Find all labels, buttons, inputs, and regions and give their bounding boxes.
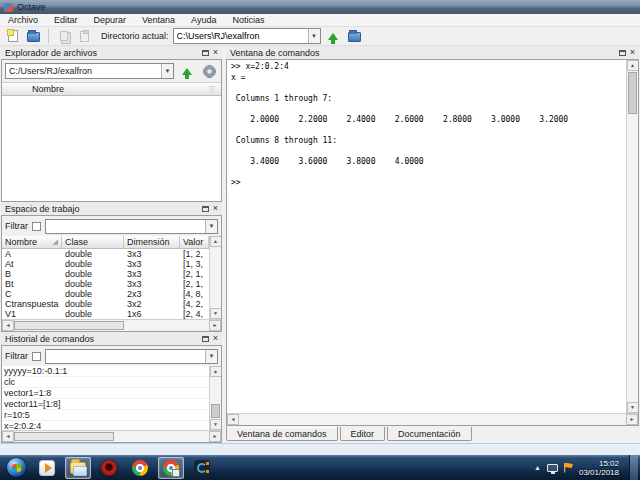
history-list-item[interactable]: vector11=[1:8] <box>2 399 209 410</box>
file-explorer-taskbar-button[interactable] <box>65 457 91 479</box>
history-filter-row: Filtrar ▼ <box>2 346 221 366</box>
scroll-left-icon[interactable]: ◄ <box>2 320 14 331</box>
clock-time: 15:02 <box>579 459 619 468</box>
undock-icon[interactable] <box>202 50 209 56</box>
terminal-hscrollbar[interactable]: ◄ ► <box>227 413 638 425</box>
undock-icon[interactable] <box>202 206 209 212</box>
taskbar-clock[interactable]: 15:02 03/01/2018 <box>579 459 619 477</box>
history-list-item[interactable]: clc <box>2 377 209 388</box>
scrollbar-thumb[interactable] <box>14 321 124 330</box>
filter-checkbox[interactable] <box>32 352 41 361</box>
filter-combobox[interactable]: ▼ <box>45 219 218 234</box>
scroll-right-icon[interactable]: ► <box>209 320 221 331</box>
action-center-flag-icon[interactable] <box>564 463 573 473</box>
window-titlebar[interactable]: Octave <box>0 0 640 14</box>
file-list[interactable] <box>2 96 221 201</box>
scroll-down-icon[interactable]: ▼ <box>627 402 639 413</box>
workspace-hscrollbar[interactable]: ◄ ► <box>2 319 221 331</box>
file-list-header[interactable]: Nombre ▽ <box>2 82 221 96</box>
tab-editor[interactable]: Editor <box>340 427 386 441</box>
scroll-left-icon[interactable]: ◄ <box>227 414 239 425</box>
history-list-item[interactable]: vector1=1:8 <box>2 388 209 399</box>
menu-ventana[interactable]: Ventana <box>142 15 175 25</box>
scroll-up-icon[interactable]: ▲ <box>210 366 222 377</box>
start-button-taskbar-button[interactable] <box>3 457 29 479</box>
undock-icon[interactable] <box>202 336 209 342</box>
terminal-output[interactable]: >> x=2:0.2:4 x = Columns 1 through 7: 2.… <box>227 60 626 413</box>
octave-app-icon <box>4 3 13 12</box>
media-player-taskbar-button[interactable] <box>34 457 60 479</box>
close-icon[interactable]: × <box>630 49 635 56</box>
table-cell: [2, 1, <box>180 269 209 279</box>
history-vscrollbar[interactable]: ▲ ▼ <box>209 366 221 430</box>
open-file-button[interactable] <box>25 29 42 44</box>
close-icon[interactable]: × <box>213 205 218 212</box>
chevron-down-icon[interactable]: ▼ <box>205 220 217 233</box>
scroll-right-icon[interactable]: ► <box>209 431 221 442</box>
hidden-icons-chevron[interactable]: ▲ <box>534 464 541 471</box>
chevron-down-icon[interactable]: ▼ <box>161 64 173 78</box>
undock-icon[interactable] <box>619 50 626 56</box>
browser-app-taskbar-button[interactable] <box>158 457 184 479</box>
browse-directory-button[interactable] <box>346 29 363 44</box>
menu-noticias[interactable]: Noticias <box>232 15 264 25</box>
paste-icon <box>80 31 89 42</box>
history-hscrollbar[interactable]: ◄ ► <box>2 430 221 442</box>
scroll-up-icon[interactable]: ▲ <box>627 60 639 71</box>
table-cell: double <box>62 289 124 299</box>
table-row[interactable]: Adouble3x3[1, 2, <box>2 249 209 259</box>
history-list-item[interactable]: x=2:0.2:4 <box>2 421 209 430</box>
history-list-item[interactable]: yyyyy=10:-0.1:1 <box>2 366 209 377</box>
history-list-item[interactable]: r=10:5 <box>2 410 209 421</box>
directory-up-button[interactable] <box>325 29 342 44</box>
filter-label: Filtrar <box>5 221 28 231</box>
table-cell: double <box>62 269 124 279</box>
table-row[interactable]: Atdouble3x3[1, 3, <box>2 259 209 269</box>
copy-button[interactable] <box>55 29 72 44</box>
filter-checkbox[interactable] <box>32 222 41 231</box>
chevron-down-icon[interactable]: ▼ <box>308 29 320 43</box>
table-row[interactable]: V1double1x6[2, 4, <box>2 309 209 319</box>
current-directory-combobox[interactable]: ▼ <box>173 28 321 44</box>
scrollbar-thumb[interactable] <box>628 72 637 114</box>
show-desktop-button[interactable] <box>629 455 638 480</box>
new-file-button[interactable] <box>4 29 21 44</box>
chrome-taskbar-button[interactable] <box>127 457 153 479</box>
tab-ventana-de-comandos[interactable]: Ventana de comandos <box>226 426 338 441</box>
octave-app-taskbar-button[interactable] <box>189 457 215 479</box>
close-icon[interactable]: × <box>213 335 218 342</box>
path-text: C:/Users/RJ/exalfron <box>6 64 161 78</box>
workspace-vscrollbar[interactable]: ▲ ▼ <box>209 236 221 319</box>
folder-up-button[interactable] <box>178 63 196 79</box>
chevron-down-icon[interactable]: ▼ <box>205 350 217 363</box>
red-app-taskbar-button[interactable] <box>96 457 122 479</box>
current-directory-input[interactable] <box>174 29 308 43</box>
network-display-icon[interactable] <box>547 464 558 472</box>
workspace-table[interactable]: Nombre◢ Clase Dimensión Valor Adouble3x3… <box>2 236 209 319</box>
paste-button[interactable] <box>76 29 93 44</box>
scrollbar-thumb[interactable] <box>211 404 220 418</box>
scroll-left-icon[interactable]: ◄ <box>2 431 14 442</box>
table-row[interactable]: Ctranspuestadouble3x2[4, 2, <box>2 299 209 309</box>
scroll-right-icon[interactable]: ► <box>626 414 638 425</box>
menu-archivo[interactable]: Archivo <box>8 15 38 25</box>
menu-editar[interactable]: Editar <box>54 15 78 25</box>
settings-button[interactable] <box>200 63 218 79</box>
scroll-up-icon[interactable]: ▲ <box>210 236 222 247</box>
menu-ayuda[interactable]: Ayuda <box>191 15 216 25</box>
table-row[interactable]: Cdouble2x3[4, 8, <box>2 289 209 299</box>
table-row[interactable]: Bdouble3x3[2, 1, <box>2 269 209 279</box>
filter-combobox[interactable]: ▼ <box>45 349 218 364</box>
scrollbar-thumb[interactable] <box>14 432 114 441</box>
terminal-vscrollbar[interactable]: ▲ ▼ <box>626 60 638 413</box>
table-row[interactable]: Btdouble3x3[2, 1, <box>2 279 209 289</box>
tab-documentacion[interactable]: Documentación <box>387 427 472 441</box>
scroll-down-icon[interactable]: ▼ <box>210 308 222 319</box>
close-icon[interactable]: × <box>213 49 218 56</box>
path-combobox[interactable]: C:/Users/RJ/exalfron ▼ <box>5 63 174 79</box>
table-cell: double <box>62 299 124 309</box>
scroll-down-icon[interactable]: ▼ <box>210 419 222 430</box>
history-list[interactable]: yyyyy=10:-0.1:1clcvector1=1:8vector11=[1… <box>2 366 209 430</box>
menu-depurar[interactable]: Depurar <box>94 15 127 25</box>
workspace-table-header[interactable]: Nombre◢ Clase Dimensión Valor <box>2 236 209 249</box>
